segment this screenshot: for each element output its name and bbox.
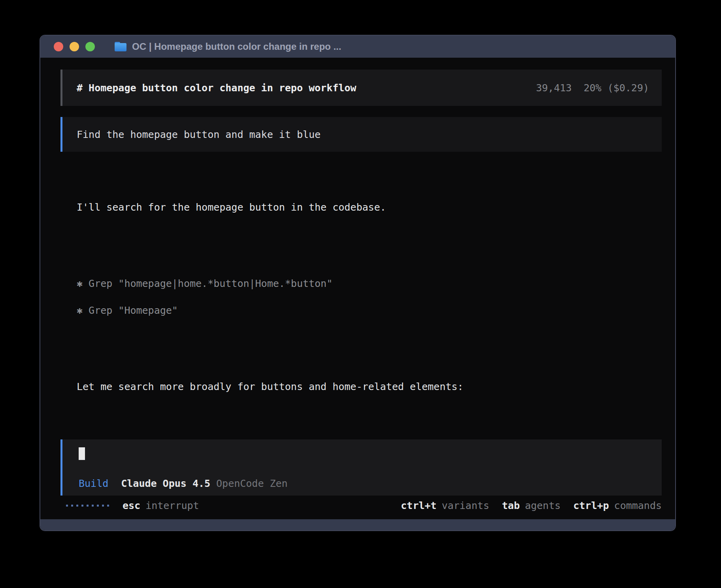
text-cursor xyxy=(79,447,85,460)
window-titlebar[interactable]: OC | Homepage button color change in rep… xyxy=(40,36,675,58)
assistant-text-line: I'll search for the homepage button in t… xyxy=(77,202,665,213)
spinner-dot xyxy=(107,505,109,507)
close-button[interactable] xyxy=(54,42,63,51)
spinner-dot xyxy=(102,505,104,507)
terminal-window: OC | Homepage button color change in rep… xyxy=(40,35,676,531)
input-provider-label: OpenCode Zen xyxy=(216,478,288,489)
desktop-background: OC | Homepage button color change in rep… xyxy=(0,0,721,588)
spinner-dot xyxy=(81,505,83,507)
spinner-dot xyxy=(87,505,89,507)
spinner-dot xyxy=(97,505,99,507)
shortcut-key: ctrl+p xyxy=(573,500,609,511)
user-message: Find the homepage button and make it blu… xyxy=(60,117,662,152)
shortcut-variants[interactable]: ctrl+t variants xyxy=(401,500,489,511)
shortcut-label: agents xyxy=(525,500,561,511)
shortcut-label: interrupt xyxy=(145,500,199,511)
assistant-paragraph: I'll search for the homepage button in t… xyxy=(77,187,665,228)
user-message-text: Find the homepage button and make it blu… xyxy=(77,129,321,140)
shortcut-interrupt[interactable]: esc interrupt xyxy=(123,500,199,511)
assistant-paragraph: Let me search more broadly for buttons a… xyxy=(77,366,665,408)
progress-spinner xyxy=(66,505,109,507)
maximize-button[interactable] xyxy=(85,42,95,51)
input-agent-label[interactable]: Build xyxy=(79,478,108,489)
shortcut-key: ctrl+t xyxy=(401,500,436,511)
shortcut-label: variants xyxy=(442,500,489,511)
shortcut-commands[interactable]: ctrl+p commands xyxy=(573,500,662,511)
shortcut-key: esc xyxy=(123,500,140,511)
folder-icon xyxy=(115,42,126,51)
session-header: # Homepage button color change in repo w… xyxy=(60,70,662,106)
shortcut-key: tab xyxy=(502,500,520,511)
window-title: OC | Homepage button color change in rep… xyxy=(132,41,341,52)
minimize-button[interactable] xyxy=(70,42,79,51)
spinner-dot xyxy=(76,505,78,507)
session-title: # Homepage button color change in repo w… xyxy=(77,82,356,94)
session-stats: 39,413 20% ($0.29) xyxy=(536,82,649,94)
spinner-dot xyxy=(71,505,73,507)
assistant-text-line: Let me search more broadly for buttons a… xyxy=(77,381,665,393)
tool-call-group: ✱ Grep "homepage|home.*button|Home.*butt… xyxy=(77,263,665,332)
tool-call-grep[interactable]: ✱ Grep "homepage|home.*button|Home.*butt… xyxy=(77,278,665,290)
window-bottom-bar xyxy=(40,519,675,530)
shortcut-label: commands xyxy=(614,500,662,511)
input-model-label[interactable]: Claude Opus 4.5 xyxy=(121,478,210,489)
spinner-dot xyxy=(66,505,68,507)
spinner-dot xyxy=(92,505,94,507)
prompt-input[interactable]: Build Claude Opus 4.5 OpenCode Zen xyxy=(60,439,662,496)
status-bar: esc interrupt ctrl+t variants tab agents… xyxy=(66,499,662,511)
tool-call-grep[interactable]: ✱ Grep "Homepage" xyxy=(77,305,665,317)
shortcut-agents[interactable]: tab agents xyxy=(502,500,561,511)
